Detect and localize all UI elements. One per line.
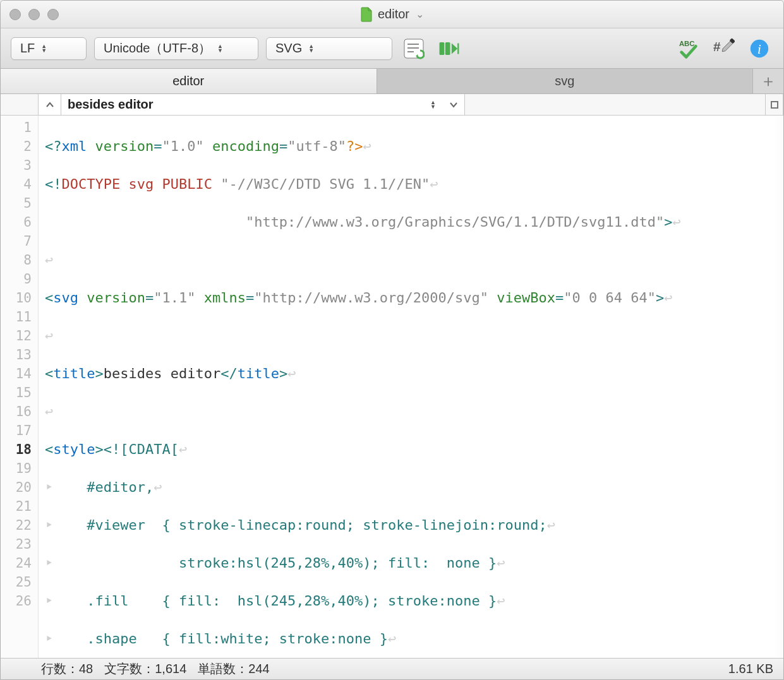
- toolbar: LF ▲▼ Unicode（UTF-8） ▲▼ SVG ▲▼ ABC: [1, 28, 783, 69]
- plus-icon: ＋: [760, 70, 776, 92]
- svg-text:i: i: [757, 41, 761, 56]
- encoding-value: Unicode（UTF-8）: [104, 40, 211, 57]
- outline-prev-button[interactable]: [39, 94, 61, 115]
- spellcheck-icon: ABC: [678, 38, 699, 59]
- status-filesize: 1.61 KB: [728, 662, 773, 676]
- color-picker-button[interactable]: #: [710, 36, 738, 61]
- vertical-scrollbar[interactable]: [775, 116, 783, 658]
- tab-label: svg: [555, 74, 574, 88]
- status-chars: 文字数：1,614: [104, 660, 186, 677]
- nav-gutter-pad: [1, 94, 39, 115]
- select-arrows-icon: ▲▼: [308, 44, 314, 53]
- document-icon: [360, 7, 373, 22]
- svg-rect-2: [445, 42, 450, 54]
- tab-svg[interactable]: svg: [377, 69, 754, 93]
- square-icon: [771, 101, 778, 109]
- encoding-select[interactable]: Unicode（UTF-8） ▲▼: [94, 37, 258, 60]
- minimize-window-button[interactable]: [28, 9, 40, 20]
- select-arrows-icon: ▲▼: [430, 100, 436, 109]
- code-area[interactable]: <?xml version="1.0" encoding="utf-8"?>↩ …: [39, 116, 783, 658]
- spellcheck-button[interactable]: ABC: [675, 36, 703, 61]
- outline-next-button[interactable]: [442, 94, 465, 115]
- svg-rect-1: [440, 42, 445, 54]
- syntax-value: SVG: [275, 41, 302, 56]
- window-title-text: editor: [378, 7, 409, 21]
- outline-select[interactable]: besides editor ▲▼: [61, 94, 442, 115]
- titlebar: editor ⌄: [1, 1, 783, 28]
- wrap-lines-button[interactable]: [400, 36, 428, 61]
- line-number-gutter[interactable]: 1234567891011121314151617181920212223242…: [1, 116, 39, 658]
- tab-bar: editor svg ＋: [1, 69, 783, 94]
- svg-text:#: #: [713, 39, 721, 53]
- line-endings-value: LF: [20, 41, 35, 56]
- invisibles-button[interactable]: [435, 36, 463, 61]
- status-words: 単語数：244: [198, 660, 269, 677]
- tab-editor[interactable]: editor: [1, 69, 377, 93]
- tab-label: editor: [172, 74, 204, 88]
- info-button[interactable]: i: [745, 36, 773, 61]
- new-tab-button[interactable]: ＋: [753, 69, 783, 93]
- outline-label: besides editor: [68, 97, 154, 112]
- window-title: editor ⌄: [1, 7, 783, 22]
- split-view-button[interactable]: [766, 94, 783, 115]
- window-controls: [9, 9, 59, 20]
- color-picker-icon: #: [713, 38, 735, 59]
- select-arrows-icon: ▲▼: [41, 44, 47, 53]
- svg-rect-3: [457, 43, 459, 54]
- chevron-up-icon: [45, 100, 54, 109]
- svg-text:ABC: ABC: [679, 40, 695, 47]
- navigation-bar: besides editor ▲▼: [1, 94, 783, 116]
- syntax-select[interactable]: SVG ▲▼: [266, 37, 392, 60]
- status-bar: 行数：48 文字数：1,614 単語数：244 1.61 KB: [1, 658, 783, 679]
- select-arrows-icon: ▲▼: [217, 44, 223, 53]
- nav-spacer: [465, 94, 766, 115]
- status-lines: 行数：48: [41, 660, 93, 677]
- wrap-icon: [403, 38, 425, 59]
- line-endings-select[interactable]: LF ▲▼: [11, 37, 87, 60]
- editor-area: 1234567891011121314151617181920212223242…: [1, 116, 783, 658]
- close-window-button[interactable]: [9, 9, 21, 20]
- zoom-window-button[interactable]: [47, 9, 59, 20]
- chevron-down-icon[interactable]: ⌄: [416, 8, 424, 20]
- info-icon: i: [749, 38, 770, 59]
- chevron-down-icon: [449, 100, 458, 109]
- invisibles-icon: [438, 38, 460, 59]
